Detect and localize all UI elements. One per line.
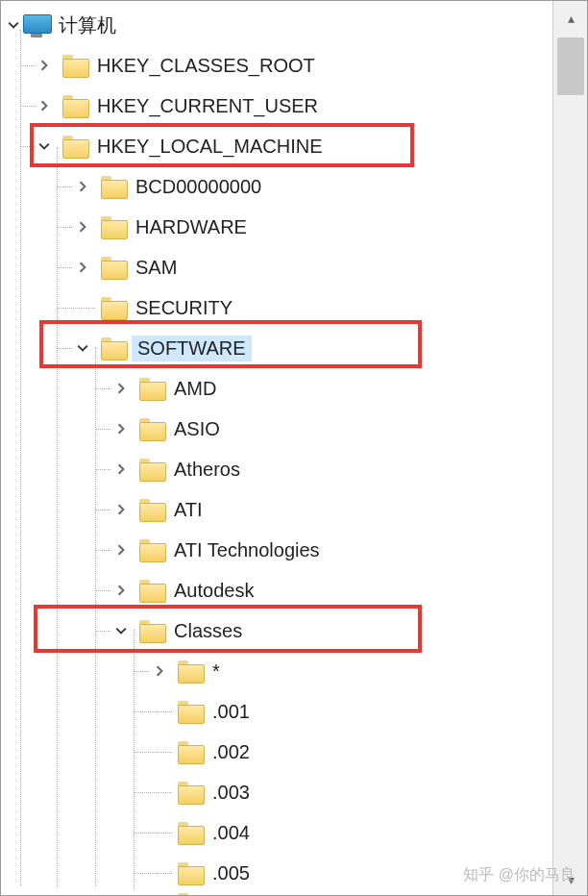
chevron-right-icon[interactable] bbox=[112, 449, 130, 489]
folder-icon bbox=[176, 732, 205, 772]
folder-icon bbox=[176, 651, 205, 691]
computer-icon bbox=[22, 5, 51, 45]
chevron-down-icon[interactable] bbox=[5, 5, 22, 45]
chevron-down-icon[interactable] bbox=[36, 126, 53, 166]
folder-icon bbox=[61, 45, 89, 86]
tree-item-label: SAM bbox=[128, 257, 177, 279]
tree-item-ati[interactable]: ATI bbox=[1, 489, 549, 530]
folder-icon bbox=[137, 409, 166, 449]
folder-icon bbox=[61, 86, 89, 126]
tree-pane: 计算机 HKEY_CLASSES_ROOT HKEY_CURRENT_USER … bbox=[1, 1, 554, 896]
tree-item-label: Classes bbox=[166, 620, 242, 642]
tree-item-label: HKEY_CLASSES_ROOT bbox=[89, 55, 315, 77]
tree-item-label: .005 bbox=[205, 862, 250, 884]
chevron-right-icon[interactable] bbox=[112, 570, 130, 610]
chevron-down-icon[interactable] bbox=[74, 328, 91, 368]
vertical-scrollbar[interactable]: ▴ ▾ bbox=[552, 1, 587, 896]
expander-empty bbox=[151, 884, 168, 896]
tree-item-security[interactable]: SECURITY bbox=[1, 287, 549, 328]
tree-item-sam[interactable]: SAM bbox=[1, 247, 549, 287]
tree-item-label: ATI bbox=[166, 499, 203, 521]
expander-empty bbox=[151, 732, 168, 772]
tree-item-label: .001 bbox=[205, 701, 250, 723]
tree-item-label: * bbox=[205, 660, 220, 683]
tree-item-label: .003 bbox=[205, 782, 250, 804]
chevron-right-icon[interactable] bbox=[112, 368, 130, 409]
chevron-right-icon[interactable] bbox=[74, 166, 91, 207]
folder-icon bbox=[137, 570, 166, 610]
tree-item-amd[interactable]: AMD bbox=[1, 368, 549, 409]
folder-icon bbox=[176, 884, 205, 896]
tree-item-classes[interactable]: Classes bbox=[1, 610, 549, 651]
tree-item-hkcr[interactable]: HKEY_CLASSES_ROOT bbox=[1, 45, 549, 86]
tree-item-hardware[interactable]: HARDWARE bbox=[1, 207, 549, 247]
tree-item-label: .006 bbox=[205, 893, 250, 897]
tree-item-label: Atheros bbox=[166, 459, 240, 481]
chevron-right-icon[interactable] bbox=[36, 45, 53, 86]
tree-item-software[interactable]: SOFTWARE bbox=[1, 328, 549, 368]
folder-icon bbox=[99, 328, 128, 368]
tree-item-003[interactable]: .003 bbox=[1, 772, 549, 812]
tree-item-002[interactable]: .002 bbox=[1, 732, 549, 772]
expander-empty bbox=[151, 772, 168, 812]
tree-item-label: AMD bbox=[166, 378, 216, 400]
chevron-down-icon[interactable] bbox=[112, 610, 130, 651]
tree-item-hkcu[interactable]: HKEY_CURRENT_USER bbox=[1, 86, 549, 126]
tree-item-atheros[interactable]: Atheros bbox=[1, 449, 549, 489]
chevron-right-icon[interactable] bbox=[36, 86, 53, 126]
tree-item-004[interactable]: .004 bbox=[1, 812, 549, 853]
folder-icon bbox=[99, 166, 128, 207]
tree-item-label: SECURITY bbox=[128, 297, 233, 319]
chevron-right-icon[interactable] bbox=[151, 651, 168, 691]
scroll-up-icon[interactable]: ▴ bbox=[553, 1, 588, 36]
folder-icon bbox=[99, 287, 128, 328]
tree-item-hklm[interactable]: HKEY_LOCAL_MACHINE bbox=[1, 126, 549, 166]
expander-empty bbox=[151, 812, 168, 853]
chevron-right-icon[interactable] bbox=[112, 409, 130, 449]
tree-item-label: .004 bbox=[205, 822, 250, 844]
tree-item-label: HKEY_LOCAL_MACHINE bbox=[89, 136, 323, 158]
tree-item-001[interactable]: .001 bbox=[1, 691, 549, 732]
tree-item-label: ASIO bbox=[166, 418, 220, 440]
folder-icon bbox=[176, 772, 205, 812]
tree-item-label: HKEY_CURRENT_USER bbox=[89, 95, 318, 117]
chevron-right-icon[interactable] bbox=[74, 247, 91, 287]
tree-item-label: Autodesk bbox=[166, 580, 254, 602]
tree-item-asio[interactable]: ASIO bbox=[1, 409, 549, 449]
expander-empty bbox=[151, 691, 168, 732]
tree-item-006[interactable]: .006 bbox=[1, 884, 549, 896]
folder-icon bbox=[137, 610, 166, 651]
tree-item-label: HARDWARE bbox=[128, 216, 247, 238]
chevron-right-icon[interactable] bbox=[74, 207, 91, 247]
tree-item-ati-tech[interactable]: ATI Technologies bbox=[1, 530, 549, 570]
scrollbar-thumb[interactable] bbox=[557, 37, 584, 95]
folder-icon bbox=[137, 530, 166, 570]
expander-empty bbox=[74, 287, 91, 328]
tree-item-label: ATI Technologies bbox=[166, 539, 320, 561]
scroll-down-icon[interactable]: ▾ bbox=[553, 862, 588, 896]
tree-item-bcd[interactable]: BCD00000000 bbox=[1, 166, 549, 207]
tree-item-autodesk[interactable]: Autodesk bbox=[1, 570, 549, 610]
folder-icon bbox=[137, 449, 166, 489]
folder-icon bbox=[176, 691, 205, 732]
chevron-right-icon[interactable] bbox=[112, 489, 130, 530]
folder-icon bbox=[99, 207, 128, 247]
folder-icon bbox=[137, 489, 166, 530]
tree-item-star[interactable]: * bbox=[1, 651, 549, 691]
folder-icon bbox=[99, 247, 128, 287]
tree-item-label: BCD00000000 bbox=[128, 176, 261, 198]
folder-icon bbox=[176, 812, 205, 853]
tree-item-computer[interactable]: 计算机 bbox=[1, 5, 549, 45]
tree-item-label: SOFTWARE bbox=[132, 336, 252, 361]
tree-item-label: 计算机 bbox=[51, 12, 116, 38]
chevron-right-icon[interactable] bbox=[112, 530, 130, 570]
folder-icon bbox=[137, 368, 166, 409]
tree-item-label: .002 bbox=[205, 741, 250, 763]
folder-icon bbox=[61, 126, 89, 166]
